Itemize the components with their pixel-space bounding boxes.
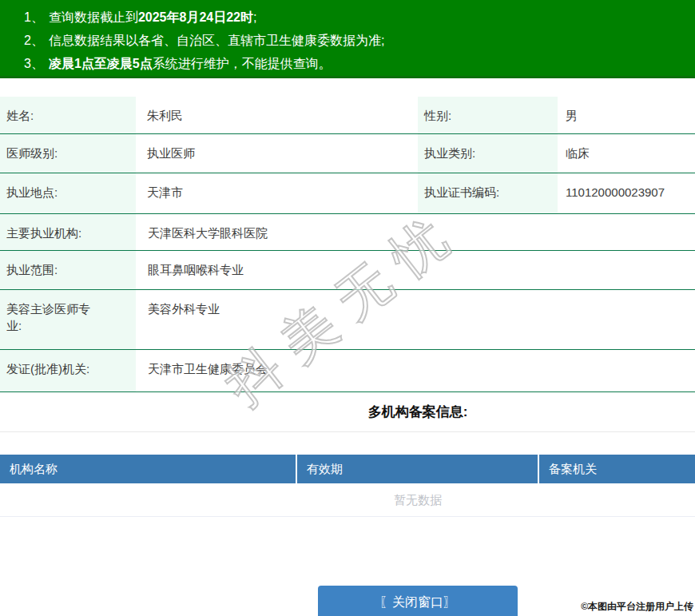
gender-label: 性别: (418, 97, 558, 133)
org-name-column-header: 机构名称 (0, 455, 297, 483)
notice-line: 1、查询数据截止到2025年8月24日22时; (24, 6, 695, 29)
divider (0, 431, 695, 432)
table-row: 发证(批准)机关: 天津市卫生健康委员会 (0, 350, 695, 392)
cosmetic-specialty-value: 美容外科专业 (136, 290, 695, 349)
table-row: 医师级别: 执业医师 执业类别: 临床 (0, 134, 695, 173)
practice-category-label: 执业类别: (418, 134, 558, 173)
filing-authority-column-header: 备案机关 (539, 455, 695, 483)
name-value: 朱利民 (136, 97, 418, 133)
query-result-window: 1、查询数据截止到2025年8月24日22时; 2、信息数据结果以各省、自治区、… (0, 0, 695, 616)
certificate-number-value: 110120000023907 (558, 173, 695, 213)
main-institution-value: 天津医科大学眼科医院 (136, 214, 695, 250)
table-row: 执业范围: 眼耳鼻咽喉科专业 (0, 251, 695, 290)
doctor-level-label: 医师级别: (0, 134, 136, 173)
gender-value: 男 (558, 97, 695, 133)
table-row: 美容主诊医师专业: 美容外科专业 (0, 290, 695, 350)
practice-scope-value: 眼耳鼻咽喉科专业 (136, 251, 695, 289)
issuing-authority-value: 天津市卫生健康委员会 (136, 350, 695, 391)
validity-column-header: 有效期 (297, 455, 539, 483)
notice-line: 2、信息数据结果以各省、自治区、直辖市卫生健康委数据为准; (24, 29, 695, 52)
practice-category-value: 临床 (558, 134, 695, 173)
practice-location-value: 天津市 (136, 173, 418, 213)
table-row: 主要执业机构: 天津医科大学眼科医院 (0, 214, 695, 251)
notice-banner: 1、查询数据截止到2025年8月24日22时; 2、信息数据结果以各省、自治区、… (0, 0, 695, 78)
cosmetic-specialty-label: 美容主诊医师专业: (0, 290, 136, 349)
empty-data-placeholder: 暂无数据 (0, 483, 695, 517)
org-table-header: 机构名称 有效期 备案机关 (0, 455, 695, 483)
practice-location-label: 执业地点: (0, 173, 136, 213)
issuing-authority-label: 发证(批准)机关: (0, 350, 136, 391)
notice-line: 3、凌晨1点至凌晨5点系统进行维护，不能提供查询。 (24, 52, 695, 75)
name-label: 姓名: (0, 97, 136, 133)
table-row: 姓名: 朱利民 性别: 男 (0, 97, 695, 134)
multi-org-section-title: 多机构备案信息: (0, 404, 695, 420)
practitioner-info-table: 姓名: 朱利民 性别: 男 医师级别: 执业医师 执业类别: 临床 (0, 97, 695, 392)
table-row: 执业地点: 天津市 执业证书编码: 110120000023907 (0, 173, 695, 214)
close-window-button[interactable]: 〖关闭窗口〗 (318, 586, 518, 616)
main-institution-label: 主要执业机构: (0, 214, 136, 250)
doctor-level-value: 执业医师 (136, 134, 418, 173)
certificate-number-label: 执业证书编码: (418, 173, 558, 213)
practice-scope-label: 执业范围: (0, 251, 136, 289)
